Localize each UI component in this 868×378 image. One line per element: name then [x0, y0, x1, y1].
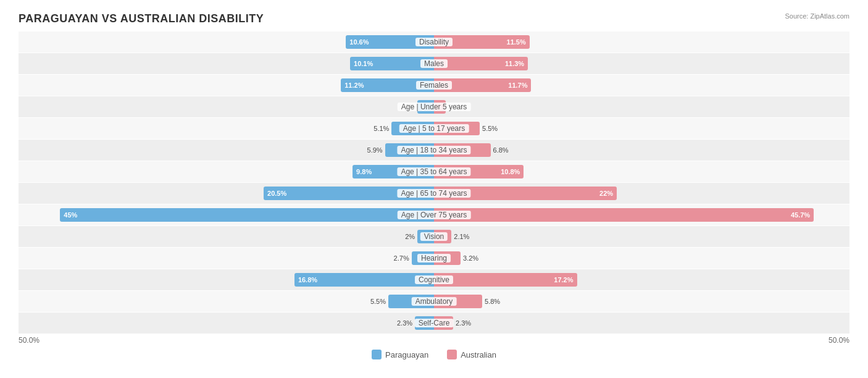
legend-blue-box [372, 350, 382, 359]
bar-value-right: 1.4% [448, 103, 464, 111]
bar-row: 2%2.1%Vision [19, 226, 849, 247]
bar-row: 5.9%6.8%Age | 18 to 34 years [19, 140, 849, 161]
bar-row: 45%45.7%Age | Over 75 years [19, 204, 849, 225]
bar-value-left: 20.5% [267, 190, 286, 197]
bar-value-left: 2.7% [394, 254, 409, 262]
bar-value-right: 5.8% [485, 298, 500, 305]
chart-container: PARAGUAYAN VS AUSTRALIAN DISABILITY Sour… [19, 12, 849, 359]
bar-value-right: 11.7% [508, 82, 527, 89]
legend-pink-box [447, 350, 457, 359]
bar-pink [434, 295, 482, 308]
legend-australian: Australian [447, 350, 496, 359]
bar-value-right: 22% [599, 190, 613, 197]
bar-value-left: 2% [405, 233, 415, 240]
bar-value-left: 10.6% [349, 38, 369, 46]
bar-row: 10.1%11.3%Males [19, 53, 849, 74]
bar-value-right: 2.3% [456, 319, 471, 327]
bar-row: 11.2%11.7%Females [19, 75, 849, 96]
bar-value-left: 5.5% [370, 298, 386, 305]
bar-row: 9.8%10.8%Age | 35 to 64 years [19, 161, 849, 182]
bar-blue: 45% [60, 208, 434, 222]
bar-blue: 16.8% [294, 273, 434, 287]
bar-value-left: 45% [64, 211, 77, 219]
bar-pink: 11.3% [434, 57, 528, 70]
axis-left: 50.0% [19, 336, 40, 345]
bar-pink [434, 143, 491, 157]
bar-value-left: 9.8% [356, 168, 372, 175]
bar-blue: 10.1% [350, 57, 434, 70]
bar-value-left: 5.1% [373, 125, 389, 132]
bar-pink [434, 230, 451, 243]
bar-pink: 10.8% [434, 165, 524, 178]
legend-paraguayan-label: Paraguayan [385, 350, 428, 359]
bar-blue: 20.5% [264, 187, 434, 200]
bar-value-right: 2.1% [454, 233, 469, 240]
bar-value-right: 17.2% [554, 276, 573, 284]
bar-blue [417, 230, 434, 243]
bar-blue [412, 251, 434, 265]
bar-blue: 11.2% [341, 78, 434, 92]
bar-blue [391, 122, 434, 135]
bar-blue [415, 316, 434, 330]
axis-right: 50.0% [828, 336, 849, 345]
bar-value-left: 5.9% [367, 146, 383, 154]
bar-blue [388, 295, 434, 308]
bar-pink [434, 122, 480, 135]
bar-row: 5.1%5.5%Age | 5 to 17 years [19, 118, 849, 139]
bar-pink: 22% [434, 187, 617, 200]
bar-value-left: 11.2% [344, 82, 364, 89]
bar-value-left: 10.1% [354, 60, 373, 67]
bar-pink [434, 100, 446, 114]
legend-paraguayan: Paraguayan [372, 350, 428, 359]
bar-pink: 45.7% [434, 208, 814, 222]
bar-pink [434, 316, 453, 330]
bar-pink: 17.2% [434, 273, 577, 287]
bar-value-right: 3.2% [463, 254, 478, 262]
chart-body: 10.6%11.5%Disability10.1%11.3%Males11.2%… [19, 32, 849, 334]
bar-pink: 11.7% [434, 78, 531, 92]
bar-value-right: 11.3% [505, 60, 524, 67]
legend-australian-label: Australian [461, 350, 496, 359]
bar-value-right: 11.5% [507, 38, 526, 46]
bar-blue: 10.6% [346, 35, 434, 49]
bar-row: 2.7%3.2%Hearing [19, 248, 849, 269]
chart-title: PARAGUAYAN VS AUSTRALIAN DISABILITY [19, 12, 849, 25]
bar-value-left: 2% [405, 103, 415, 111]
bar-blue: 9.8% [353, 165, 434, 178]
bar-value-right: 5.5% [482, 125, 498, 132]
source-text: Source: ZipAtlas.com [785, 12, 849, 20]
bar-pink: 11.5% [434, 35, 530, 49]
bar-row: 2%1.4%Age | Under 5 years [19, 96, 849, 117]
axis-labels: 50.0% 50.0% [19, 336, 849, 345]
bar-pink [434, 251, 461, 265]
bar-value-right: 6.8% [493, 146, 509, 154]
legend: Paraguayan Australian [19, 350, 849, 359]
bar-row: 16.8%17.2%Cognitive [19, 269, 849, 290]
bar-row: 5.5%5.8%Ambulatory [19, 291, 849, 312]
bar-row: 10.6%11.5%Disability [19, 32, 849, 52]
bar-value-left: 16.8% [298, 276, 317, 284]
bar-value-right: 10.8% [501, 168, 520, 175]
bar-blue [417, 100, 434, 114]
bar-value-left: 2.3% [397, 319, 412, 327]
bar-row: 2.3%2.3%Self-Care [19, 313, 849, 334]
bar-blue [385, 143, 434, 157]
bar-row: 20.5%22%Age | 65 to 74 years [19, 183, 849, 204]
bar-value-right: 45.7% [791, 211, 810, 219]
